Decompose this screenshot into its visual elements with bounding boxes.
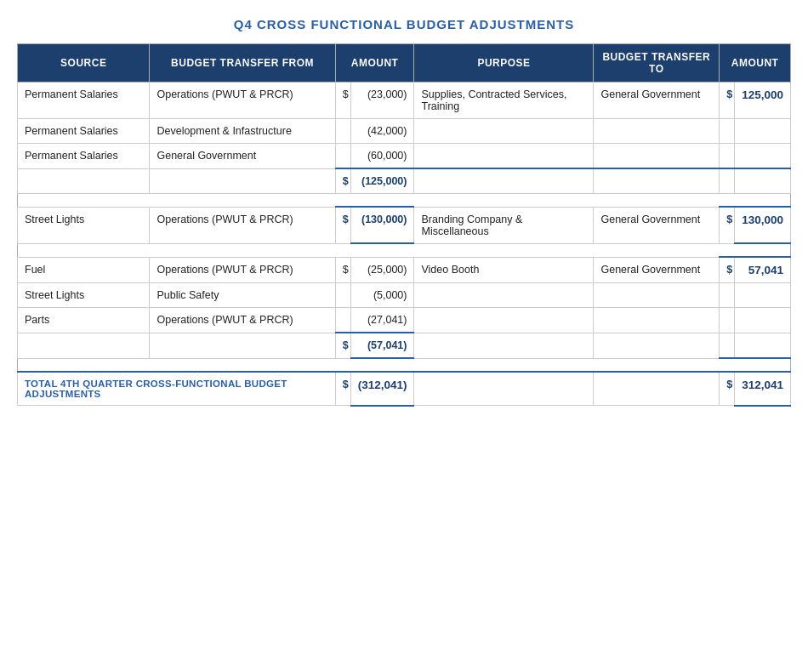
subtotal-to-dollar — [720, 168, 735, 194]
to-dollar-cell — [720, 283, 735, 308]
purpose-cell: Branding Company & Miscellaneous — [414, 207, 594, 243]
col-transfer-to: BUDGET TRANSFER TO — [594, 44, 720, 83]
purpose-cell — [414, 144, 594, 169]
subtotal-dollar: $ — [335, 168, 350, 194]
total-amount: (312,041) — [350, 372, 414, 406]
total-to-amount: 312,041 — [735, 372, 791, 406]
subtotal-source — [18, 333, 150, 358]
dollar-cell — [335, 144, 350, 169]
subtotal-to — [594, 333, 720, 358]
subtotal-purpose — [414, 333, 594, 358]
source-cell: Parts — [18, 308, 150, 333]
amount-cell: (130,000) — [350, 207, 414, 243]
transfer-to-cell: General Government — [594, 83, 720, 119]
transfer-to-cell: General Government — [594, 207, 720, 243]
amount-cell: (23,000) — [350, 83, 414, 119]
total-to-dollar: $ — [720, 372, 735, 406]
to-amount-cell — [735, 144, 791, 169]
transfer-to-cell — [594, 144, 720, 169]
spacer-row — [18, 358, 791, 372]
col-amount-from: AMOUNT — [335, 44, 414, 83]
to-dollar-cell: $ — [720, 257, 735, 283]
source-cell: Fuel — [18, 257, 150, 283]
amount-cell: (42,000) — [350, 119, 414, 144]
budget-table: SOURCE BUDGET TRANSFER FROM AMOUNT PURPO… — [17, 43, 791, 407]
to-dollar-cell: $ — [720, 83, 735, 119]
purpose-cell — [414, 283, 594, 308]
transfer-from-cell: Operations (PWUT & PRCR) — [150, 207, 335, 243]
total-row: TOTAL 4TH QUARTER CROSS-FUNCTIONAL BUDGE… — [18, 372, 791, 406]
col-source: SOURCE — [18, 44, 150, 83]
subtotal-amount: (57,041) — [350, 333, 414, 358]
table-row: FuelOperations (PWUT & PRCR)$(25,000)Vid… — [18, 257, 791, 283]
spacer-row — [18, 194, 791, 208]
transfer-from-cell: Operations (PWUT & PRCR) — [150, 257, 335, 283]
table-row: Street LightsPublic Safety(5,000) — [18, 283, 791, 308]
table-row: $(125,000) — [18, 168, 791, 194]
transfer-from-cell: Public Safety — [150, 283, 335, 308]
amount-cell: (27,041) — [350, 308, 414, 333]
total-dollar: $ — [335, 372, 350, 406]
purpose-cell — [414, 119, 594, 144]
dollar-cell — [335, 119, 350, 144]
source-cell: Street Lights — [18, 207, 150, 243]
dollar-cell: $ — [335, 207, 350, 243]
subtotal-to — [594, 168, 720, 194]
dollar-cell — [335, 308, 350, 333]
purpose-cell: Supplies, Contracted Services, Training — [414, 83, 594, 119]
subtotal-dollar: $ — [335, 333, 350, 358]
table-row: $(57,041) — [18, 333, 791, 358]
table-row: Permanent SalariesDevelopment & Infastru… — [18, 119, 791, 144]
transfer-from-cell: General Government — [150, 144, 335, 169]
total-to — [594, 372, 720, 406]
transfer-to-cell — [594, 119, 720, 144]
subtotal-amount: (125,000) — [350, 168, 414, 194]
dollar-cell: $ — [335, 83, 350, 119]
to-dollar-cell — [720, 119, 735, 144]
source-cell: Permanent Salaries — [18, 119, 150, 144]
table-row: Permanent SalariesOperations (PWUT & PRC… — [18, 83, 791, 119]
transfer-from-cell: Development & Infastructure — [150, 119, 335, 144]
to-amount-cell — [735, 119, 791, 144]
subtotal-from — [150, 168, 335, 194]
total-label: TOTAL 4TH QUARTER CROSS-FUNCTIONAL BUDGE… — [18, 372, 336, 406]
amount-cell: (60,000) — [350, 144, 414, 169]
table-row: Street LightsOperations (PWUT & PRCR)$(1… — [18, 207, 791, 243]
to-amount-cell — [735, 283, 791, 308]
source-cell: Permanent Salaries — [18, 83, 150, 119]
total-purpose — [414, 372, 594, 406]
col-amount-to: AMOUNT — [720, 44, 791, 83]
to-amount-cell — [735, 308, 791, 333]
purpose-cell — [414, 308, 594, 333]
dollar-cell: $ — [335, 257, 350, 283]
page-title: Q4 CROSS FUNCTIONAL BUDGET ADJUSTMENTS — [17, 17, 791, 31]
subtotal-source — [18, 168, 150, 194]
purpose-cell: Video Booth — [414, 257, 594, 283]
source-cell: Permanent Salaries — [18, 144, 150, 169]
spacer-row — [18, 243, 791, 257]
to-dollar-cell — [720, 308, 735, 333]
amount-cell: (5,000) — [350, 283, 414, 308]
transfer-to-cell: General Government — [594, 257, 720, 283]
to-amount-cell: 125,000 — [735, 83, 791, 119]
table-row: PartsOperations (PWUT & PRCR)(27,041) — [18, 308, 791, 333]
col-purpose: PURPOSE — [414, 44, 594, 83]
transfer-from-cell: Operations (PWUT & PRCR) — [150, 308, 335, 333]
col-transfer-from: BUDGET TRANSFER FROM — [150, 44, 335, 83]
subtotal-purpose — [414, 168, 594, 194]
to-dollar-cell — [720, 144, 735, 169]
source-cell: Street Lights — [18, 283, 150, 308]
transfer-to-cell — [594, 283, 720, 308]
dollar-cell — [335, 283, 350, 308]
amount-cell: (25,000) — [350, 257, 414, 283]
subtotal-to-amount — [735, 168, 791, 194]
transfer-to-cell — [594, 308, 720, 333]
subtotal-to-amount — [735, 333, 791, 358]
transfer-from-cell: Operations (PWUT & PRCR) — [150, 83, 335, 119]
subtotal-from — [150, 333, 335, 358]
to-amount-cell: 130,000 — [735, 207, 791, 243]
table-row: Permanent SalariesGeneral Government(60,… — [18, 144, 791, 169]
to-amount-cell: 57,041 — [735, 257, 791, 283]
to-dollar-cell: $ — [720, 207, 735, 243]
subtotal-to-dollar — [720, 333, 735, 358]
